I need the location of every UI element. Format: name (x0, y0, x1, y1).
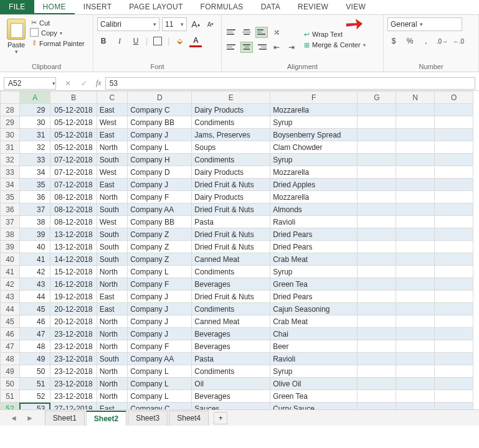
cell-D42[interactable]: Company F (128, 278, 192, 291)
row-header-43[interactable]: 43 (1, 291, 20, 303)
cell-E48[interactable]: Pasta (192, 353, 270, 365)
row-header-38[interactable]: 38 (1, 228, 20, 241)
cell-F46[interactable]: Chai (270, 328, 358, 340)
cell-D40[interactable]: Company Z (128, 253, 192, 266)
decrease-font-icon[interactable]: A▾ (204, 18, 217, 30)
cell-O38[interactable] (435, 228, 473, 241)
cell-O42[interactable] (435, 278, 473, 291)
cell-D37[interactable]: Company BB (128, 216, 192, 228)
cell-A38[interactable]: 39 (19, 228, 50, 241)
cell-C45[interactable]: North (97, 315, 128, 328)
cell-N38[interactable] (396, 228, 435, 241)
add-sheet-button[interactable]: + (214, 412, 227, 424)
cell-B32[interactable]: 07-12-2018 (50, 154, 97, 166)
cell-E37[interactable]: Pasta (192, 216, 270, 228)
column-header-B[interactable]: B (50, 91, 97, 104)
cell-O43[interactable] (435, 291, 473, 303)
cell-F39[interactable]: Dried Pears (270, 241, 358, 253)
column-header-N[interactable]: N (396, 91, 435, 104)
cell-N28[interactable] (396, 104, 435, 116)
cell-G36[interactable] (358, 203, 396, 216)
row-header-50[interactable]: 50 (1, 378, 20, 390)
sheet-tab-sheet2[interactable]: Sheet2 (86, 411, 126, 426)
cell-D38[interactable]: Company Z (128, 228, 192, 241)
align-bottom-button[interactable] (255, 27, 268, 38)
row-header-31[interactable]: 31 (1, 141, 20, 154)
cell-F32[interactable]: Syrup (270, 154, 358, 166)
cell-G30[interactable] (358, 129, 396, 141)
spreadsheet-grid[interactable]: ABCDEFGNO282905-12-2018EastCompany CDair… (0, 91, 479, 409)
cell-F45[interactable]: Crab Meat (270, 315, 358, 328)
cell-N49[interactable] (396, 365, 435, 378)
cell-E46[interactable]: Beverages (192, 328, 270, 340)
currency-button[interactable]: $ (387, 35, 400, 47)
cell-A42[interactable]: 43 (19, 278, 50, 291)
row-header-47[interactable]: 47 (1, 340, 20, 353)
cell-O39[interactable] (435, 241, 473, 253)
cell-B45[interactable]: 20-12-2018 (50, 315, 97, 328)
cell-D49[interactable]: Company L (128, 365, 192, 378)
cell-O48[interactable] (435, 353, 473, 365)
cell-D52[interactable]: Company C (128, 403, 192, 410)
cell-O47[interactable] (435, 340, 473, 353)
cell-D39[interactable]: Company Z (128, 241, 192, 253)
cell-G28[interactable] (358, 104, 396, 116)
tab-insert[interactable]: INSERT (75, 0, 121, 14)
sheet-tab-sheet4[interactable]: Sheet4 (169, 411, 209, 426)
cell-G45[interactable] (358, 315, 396, 328)
cell-E39[interactable]: Dried Fruit & Nuts (192, 241, 270, 253)
cell-A48[interactable]: 49 (19, 353, 50, 365)
cell-O50[interactable] (435, 378, 473, 390)
cell-N36[interactable] (396, 203, 435, 216)
italic-button[interactable]: I (113, 35, 126, 47)
cell-C40[interactable]: South (97, 253, 128, 266)
cell-G44[interactable] (358, 303, 396, 315)
cell-B37[interactable]: 08-12-2018 (50, 216, 97, 228)
cell-F35[interactable]: Mozzarella (270, 191, 358, 203)
cell-B41[interactable]: 15-12-2018 (50, 266, 97, 278)
cell-B40[interactable]: 14-12-2018 (50, 253, 97, 266)
row-header-28[interactable]: 28 (1, 104, 20, 116)
cell-B52[interactable]: 27-12-2018 (50, 403, 97, 410)
cell-G31[interactable] (358, 141, 396, 154)
row-header-32[interactable]: 32 (1, 154, 20, 166)
cell-C34[interactable]: East (97, 179, 128, 191)
cell-N37[interactable] (396, 216, 435, 228)
name-box[interactable]: A52 (4, 77, 56, 90)
cell-A45[interactable]: 46 (19, 315, 50, 328)
cell-N35[interactable] (396, 191, 435, 203)
decrease-decimal-button[interactable]: ←.0 (452, 35, 465, 47)
cell-N39[interactable] (396, 241, 435, 253)
cell-A47[interactable]: 48 (19, 340, 50, 353)
cell-N45[interactable] (396, 315, 435, 328)
cell-G40[interactable] (358, 253, 396, 266)
cell-F51[interactable]: Green Tea (270, 390, 358, 403)
cell-N48[interactable] (396, 353, 435, 365)
cell-B31[interactable]: 05-12-2018 (50, 141, 97, 154)
tab-data[interactable]: DATA (252, 0, 289, 14)
cell-G47[interactable] (358, 340, 396, 353)
fx-icon[interactable]: fx (96, 78, 102, 88)
cell-C38[interactable]: South (97, 228, 128, 241)
cell-F28[interactable]: Mozzarella (270, 104, 358, 116)
cell-A52[interactable]: 53 (19, 403, 50, 410)
column-header-D[interactable]: D (128, 91, 192, 104)
tab-view[interactable]: VIEW (337, 0, 374, 14)
cell-A46[interactable]: 47 (19, 328, 50, 340)
cell-O35[interactable] (435, 191, 473, 203)
border-button[interactable] (151, 35, 164, 47)
cell-O32[interactable] (435, 154, 473, 166)
cell-E41[interactable]: Condiments (192, 266, 270, 278)
cell-E51[interactable]: Beverages (192, 390, 270, 403)
cell-A41[interactable]: 42 (19, 266, 50, 278)
cell-G42[interactable] (358, 278, 396, 291)
cell-O30[interactable] (435, 129, 473, 141)
cell-C51[interactable]: North (97, 390, 128, 403)
cell-B33[interactable]: 07-12-2018 (50, 166, 97, 179)
cell-N46[interactable] (396, 328, 435, 340)
cell-O37[interactable] (435, 216, 473, 228)
row-header-33[interactable]: 33 (1, 166, 20, 179)
row-header-34[interactable]: 34 (1, 179, 20, 191)
cell-F36[interactable]: Almonds (270, 203, 358, 216)
sheet-nav-prev[interactable]: ◄ (6, 414, 21, 422)
